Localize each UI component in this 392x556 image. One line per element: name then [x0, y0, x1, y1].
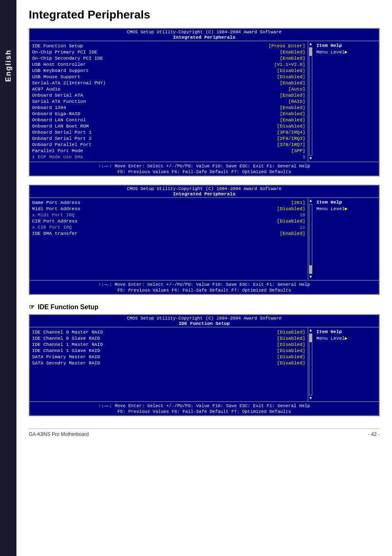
- bios-row-value: [Enabled]: [280, 231, 305, 236]
- item-help-label-3: Item Help: [316, 329, 376, 334]
- bios-row-value: [Enabled]: [280, 49, 305, 55]
- scroll-down-arrow-3[interactable]: ▼: [309, 396, 312, 401]
- bios-row-label: Onboard Serial ATA: [32, 93, 83, 98]
- table-row: Serial ATA Function[RAID]: [32, 98, 305, 104]
- scroll-track-2: [309, 204, 312, 274]
- main-content: Integrated Peripherals CMOS Setup Utilit…: [16, 0, 392, 449]
- bios-right-2: Item Help Menu Level▶: [313, 198, 379, 280]
- footer-line1-3: ↑↓→←: Move Enter: Select +/-/PU/PD: Valu…: [99, 403, 310, 408]
- table-row: Game Port Address[201]: [32, 199, 305, 206]
- page-title: Integrated Peripherals: [29, 8, 380, 21]
- menu-level-2: Menu Level▶: [316, 206, 376, 211]
- bios-footer-row1-1: ↑↓→←: Move Enter: Select +/-/PU/PD: Valu…: [30, 163, 379, 169]
- bios-row-label: IDE Channel 1 Master RAID: [32, 342, 103, 347]
- table-row: Onboard LAN Boot ROM[Disabled]: [32, 123, 305, 129]
- bios-row-value: [Disabled]: [277, 123, 305, 129]
- menu-level-text-2: Menu Level: [316, 206, 345, 211]
- table-row: x ECP Mode Use DMA3: [32, 154, 305, 160]
- menu-level-1: Menu Level▶: [316, 49, 376, 55]
- bios-row-value: [Disabled]: [277, 348, 305, 353]
- table-row: IDE Function Setup[Press Enter]: [32, 43, 305, 49]
- page-footer-left: GA-K8NS Pro Motherboard: [29, 431, 89, 437]
- table-row: x Midi Port IRQ10: [32, 212, 305, 218]
- table-row: Onboard Serial Port 1[3F8/IRQ4]: [32, 129, 305, 135]
- footer-line2-1: F5: Previous Values F6: Fail-Safe Defaul…: [118, 169, 291, 174]
- item-help-label-2: Item Help: [316, 199, 376, 205]
- menu-level-arrow-1: ▶: [345, 49, 348, 55]
- bios-footer-row1-2: ↑↓→←: Move Enter: Select +/-/PU/PD: Valu…: [30, 282, 379, 287]
- bios-row-value: [378/IRQ7]: [277, 142, 305, 147]
- bios-row-label: USB Host Controller: [32, 62, 86, 67]
- bios-screen-1: CMOS Setup Utility-Copyright (C) 1984-20…: [29, 28, 380, 176]
- bios-row-label: Onboard 1394: [32, 105, 66, 110]
- footer-line1-1: ↑↓→←: Move Enter: Select +/-/PU/PD: Valu…: [99, 164, 310, 169]
- bios-row-label: IDE DMA transfer: [32, 231, 77, 236]
- footer-line2-3: F5: Previous Values F6: Fail-Safe Defaul…: [118, 409, 291, 414]
- scroll-up-arrow-3[interactable]: ▲: [309, 328, 312, 333]
- bios-row-label: CIR Port Address: [32, 218, 77, 224]
- table-row: SATA Primary Master RAID[Disabled]: [32, 354, 305, 360]
- bios-row-value: [Disabled]: [277, 68, 305, 73]
- bios-footer-3: ↑↓→←: Move Enter: Select +/-/PU/PD: Valu…: [30, 401, 379, 415]
- bios-row-value: [Disabled]: [277, 342, 305, 347]
- table-row: On-Chip Primary PCI IDE[Enabled]: [32, 49, 305, 55]
- table-row: Onboard Serial ATA[Enabled]: [32, 92, 305, 98]
- bios-row-value: [SPP]: [291, 148, 305, 153]
- bios-row-label: x CIR Port IRQ: [32, 225, 72, 230]
- bios-left-1: IDE Function Setup[Press Enter]On-Chip P…: [30, 41, 308, 162]
- bios-row-label: Onboard Serial Port 2: [32, 136, 92, 141]
- bios-screen-3: CMOS Setup Utility-Copyright (C) 1984-20…: [29, 314, 380, 416]
- bios-scroll-3[interactable]: ▲ ▼: [308, 327, 313, 401]
- bios-row-value: [V1.1+V2.0]: [274, 62, 305, 67]
- table-row: On-Chip Secondary PCI IDE[Enabled]: [32, 55, 305, 61]
- table-row: AC97 Audio[Auto]: [32, 86, 305, 92]
- bios-row-label: x ECP Mode Use DMA: [32, 154, 83, 160]
- bios-footer-row2-2: F5: Previous Values F6: Fail-Safe Defaul…: [30, 287, 379, 293]
- table-row: Onboard LAN Control[Enabled]: [32, 117, 305, 123]
- table-row: Onboard Parallel Port[378/IRQ7]: [32, 141, 305, 148]
- bios3-rows: IDE Channel 0 Master RAID[Disabled]IDE C…: [32, 329, 305, 366]
- footer-line1-2: ↑↓→←: Move Enter: Select +/-/PU/PD: Valu…: [99, 282, 310, 287]
- bios-copyright-3: CMOS Setup Utility-Copyright (C) 1984-20…: [30, 316, 379, 321]
- bios-scroll-1[interactable]: ▲ ▼: [308, 41, 313, 162]
- table-row: USB Host Controller[V1.1+V2.0]: [32, 61, 305, 67]
- bios-row-label: On-Chip Secondary PCI IDE: [32, 56, 103, 61]
- bios-row-value: [Enabled]: [280, 93, 305, 98]
- bios-row-value: 10: [300, 212, 305, 218]
- sidebar-label: English: [4, 49, 13, 82]
- bios-header-1: CMOS Setup Utility-Copyright (C) 1984-20…: [30, 29, 379, 41]
- page-footer-right: - 42 -: [368, 431, 380, 437]
- bios-title-1: Integrated Peripherals: [30, 35, 379, 40]
- menu-level-text-1: Menu Level: [316, 49, 345, 55]
- table-row: IDE Channel 0 Slave RAID[Disabled]: [32, 335, 305, 341]
- menu-level-arrow-2: ▶: [345, 206, 348, 211]
- bios-row-value: [Disabled]: [277, 74, 305, 79]
- bios-row-label: IDE Channel 0 Master RAID: [32, 329, 103, 335]
- bios-title-3: IDE Function Setup: [30, 321, 379, 326]
- bios-row-value: [Disabled]: [277, 329, 305, 335]
- bios-body-wrapper-3: IDE Channel 0 Master RAID[Disabled]IDE C…: [30, 327, 379, 401]
- table-row: Onboard Giga-RAID[Enabled]: [32, 111, 305, 117]
- bios-row-value: [Enabled]: [280, 105, 305, 110]
- bios-row-label: Onboard LAN Boot ROM: [32, 123, 89, 129]
- item-help-label-1: Item Help: [316, 43, 376, 48]
- scroll-down-arrow-2[interactable]: ▼: [309, 275, 312, 279]
- scroll-down-arrow-1[interactable]: ▼: [309, 156, 312, 161]
- bios-right-1: Item Help Menu Level▶: [313, 41, 379, 162]
- bios2-rows: Game Port Address[201]Midi Port Address[…: [32, 199, 305, 236]
- scroll-up-arrow-1[interactable]: ▲: [309, 42, 312, 46]
- bios-row-value: [Press Enter]: [268, 43, 305, 49]
- bios-row-value: [Disabled]: [277, 206, 305, 211]
- bios-footer-row2-3: F5: Previous Values F6: Fail-Safe Defaul…: [30, 409, 379, 415]
- bios-scroll-2[interactable]: ▲ ▼: [308, 198, 313, 280]
- bios-row-value: [Enabled]: [280, 56, 305, 61]
- bios-header-3: CMOS Setup Utility-Copyright (C) 1984-20…: [30, 315, 379, 327]
- bios-row-label: On-Chip Primary PCI IDE: [32, 49, 97, 55]
- bios1-rows: IDE Function Setup[Press Enter]On-Chip P…: [32, 43, 305, 160]
- bios-copyright-1: CMOS Setup Utility-Copyright (C) 1984-20…: [30, 30, 379, 35]
- scroll-up-arrow-2[interactable]: ▲: [309, 199, 312, 203]
- bios-footer-row2-1: F5: Previous Values F6: Fail-Safe Defaul…: [30, 169, 379, 175]
- bios-row-value: [Enabled]: [280, 111, 305, 116]
- scroll-track-1: [309, 47, 312, 155]
- table-row: Parallel Port Mode[SPP]: [32, 148, 305, 154]
